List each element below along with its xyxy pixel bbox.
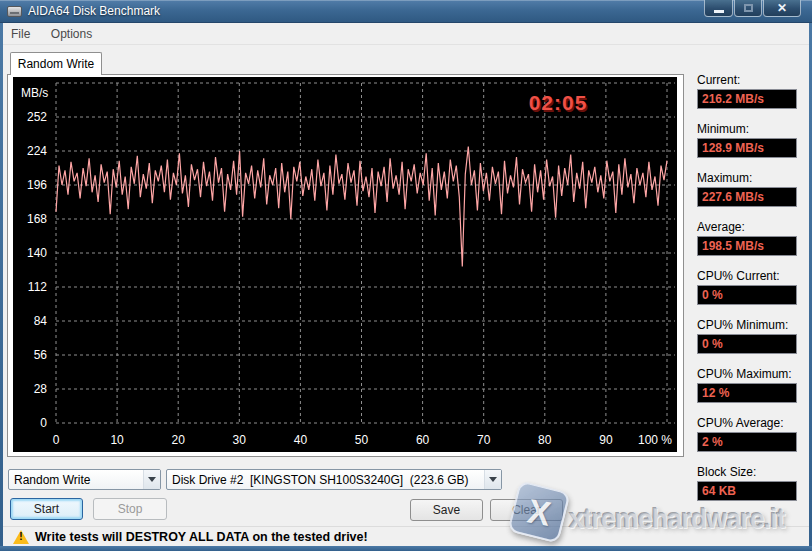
elapsed-time: 02:05: [529, 91, 588, 114]
stat-value-box: 0 %: [697, 285, 797, 305]
y-tick-label: 112: [28, 280, 47, 294]
maximize-button[interactable]: [734, 0, 762, 17]
window-title: AIDA64 Disk Benchmark: [28, 0, 160, 23]
close-button[interactable]: ✕: [763, 0, 801, 17]
y-tick-label: 224: [27, 144, 47, 158]
stat-value-box: 12 %: [697, 383, 797, 403]
drive-dropdown[interactable]: Disk Drive #2 [KINGSTON SH100S3240G] (22…: [166, 469, 502, 490]
y-tick-label: 168: [27, 212, 47, 226]
menu-options[interactable]: Options: [43, 23, 100, 45]
close-icon: ✕: [777, 1, 787, 16]
stat-group: CPU% Maximum:12 %: [697, 367, 797, 403]
clear-button[interactable]: Clear: [490, 499, 563, 521]
stat-group: Current:216.2 MB/s: [697, 73, 797, 109]
status-warning-text: Write tests will DESTROY ALL DATA on the…: [35, 527, 368, 547]
y-tick-label: 252: [27, 110, 47, 124]
stat-label: CPU% Current:: [697, 269, 797, 283]
stat-label: Minimum:: [697, 122, 797, 136]
test-type-value: Random Write: [9, 473, 143, 487]
stat-group: Minimum:128.9 MB/s: [697, 122, 797, 158]
chevron-down-icon: [489, 477, 497, 482]
dropdown-arrow-button[interactable]: [484, 470, 501, 489]
minimize-button[interactable]: [704, 0, 733, 17]
x-tick-label: 20: [172, 433, 186, 447]
stat-group: CPU% Minimum:0 %: [697, 318, 797, 354]
start-button[interactable]: Start: [10, 498, 83, 520]
window-frame-left: [0, 0, 3, 551]
stat-group: Maximum:227.6 MB/s: [697, 171, 797, 207]
y-tick-label: 56: [34, 348, 48, 362]
x-tick-label: 0: [53, 433, 60, 447]
y-tick-label: 28: [34, 382, 48, 396]
stat-label: CPU% Maximum:: [697, 367, 797, 381]
y-axis-units-label: MB/s: [21, 86, 48, 100]
test-type-dropdown[interactable]: Random Write: [8, 469, 161, 490]
y-tick-label: 0: [40, 416, 47, 430]
y-tick-label: 84: [34, 314, 48, 328]
y-tick-label: 196: [27, 178, 47, 192]
stat-value-box: 128.9 MB/s: [697, 138, 797, 158]
x-tick-label: 100 %: [638, 433, 672, 447]
x-tick-label: 40: [294, 433, 308, 447]
stat-group: CPU% Average:2 %: [697, 416, 797, 452]
stat-label: Current:: [697, 73, 797, 87]
status-bar: ! Write tests will DESTROY ALL DATA on t…: [3, 526, 809, 546]
maximize-icon: [744, 4, 753, 12]
benchmark-line-series: [56, 147, 667, 267]
dropdown-arrow-button[interactable]: [143, 470, 160, 489]
menu-bar: File Options: [3, 23, 809, 45]
chevron-down-icon: [148, 477, 156, 482]
x-tick-label: 50: [355, 433, 369, 447]
x-tick-label: 80: [538, 433, 552, 447]
stat-value-box: 2 %: [697, 432, 797, 452]
minimize-icon: [714, 10, 724, 13]
titlebar: AIDA64 Disk Benchmark ✕: [0, 0, 812, 23]
stat-value-box: 198.5 MB/s: [697, 236, 797, 256]
stat-group: Average:198.5 MB/s: [697, 220, 797, 256]
stat-label: Maximum:: [697, 171, 797, 185]
menu-file[interactable]: File: [3, 23, 38, 45]
stat-label: CPU% Average:: [697, 416, 797, 430]
stat-value-box: 227.6 MB/s: [697, 187, 797, 207]
x-tick-label: 10: [110, 433, 124, 447]
stat-value-box: 64 KB: [697, 481, 797, 501]
x-tick-label: 70: [477, 433, 491, 447]
stat-label: Average:: [697, 220, 797, 234]
tab-random-write[interactable]: Random Write: [10, 52, 102, 75]
stat-label: CPU% Minimum:: [697, 318, 797, 332]
stats-panel: Current:216.2 MB/sMinimum:128.9 MB/sMaxi…: [697, 73, 797, 514]
x-tick-label: 30: [233, 433, 247, 447]
chart-svg: 0285684112140168196224252MB/s01020304050…: [13, 77, 677, 452]
warning-icon-exclamation: !: [13, 531, 29, 542]
y-tick-label: 140: [27, 246, 47, 260]
stop-button[interactable]: Stop: [93, 498, 167, 520]
drive-value: Disk Drive #2 [KINGSTON SH100S3240G] (22…: [167, 473, 484, 487]
benchmark-chart: 0285684112140168196224252MB/s01020304050…: [13, 77, 677, 452]
stat-value-box: 0 %: [697, 334, 797, 354]
app-disk-icon: [7, 6, 22, 17]
x-tick-label: 90: [599, 433, 613, 447]
aida64-disk-benchmark-window: AIDA64 Disk Benchmark ✕ File Options Ran…: [0, 0, 812, 551]
stat-group: Block Size:64 KB: [697, 465, 797, 501]
x-tick-label: 60: [416, 433, 430, 447]
stat-group: CPU% Current:0 %: [697, 269, 797, 305]
stat-label: Block Size:: [697, 465, 797, 479]
save-button[interactable]: Save: [410, 499, 483, 521]
stat-value-box: 216.2 MB/s: [697, 89, 797, 109]
